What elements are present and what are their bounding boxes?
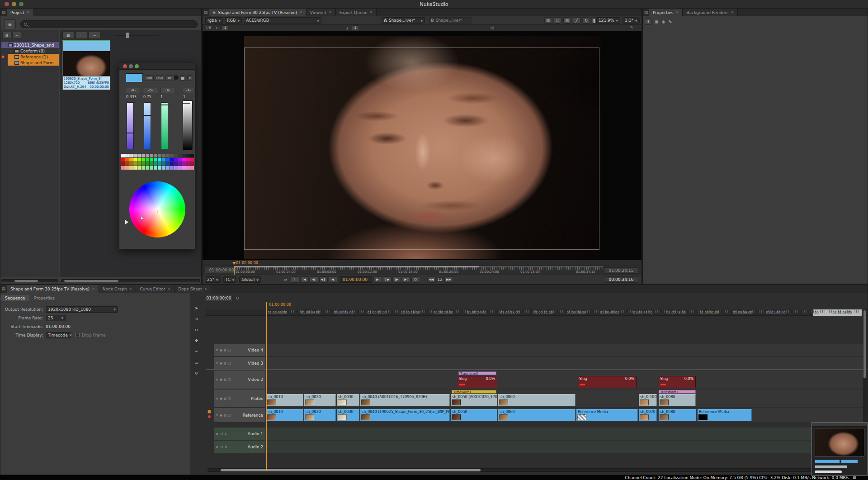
slider-marker[interactable]: [143, 115, 151, 116]
clip-sh-0080[interactable]: sh_0080: [659, 394, 696, 406]
close-icon[interactable]: ✕: [731, 10, 734, 14]
maximize-icon[interactable]: [135, 64, 139, 68]
thumb-size-slider[interactable]: [114, 35, 159, 36]
clip-sh-0050-a001c020-170906-[interactable]: sh_0050 (A001C020_170906_: [451, 394, 497, 406]
viewer-playhead-marker[interactable]: [232, 262, 236, 265]
slash-icon[interactable]: ╱: [573, 17, 580, 24]
palette-swatch[interactable]: [121, 162, 125, 166]
viewer-image[interactable]: [203, 31, 642, 260]
palette-swatch[interactable]: [190, 158, 194, 162]
close-icon[interactable]: ✕: [27, 10, 30, 14]
palette-swatch[interactable]: [182, 154, 186, 157]
palette-swatch[interactable]: [158, 162, 161, 166]
palette-swatch[interactable]: [166, 166, 170, 170]
palette-swatch[interactable]: [178, 158, 182, 162]
palette-swatch[interactable]: [154, 162, 157, 166]
go-end-button[interactable]: ▶|: [402, 276, 410, 283]
palette-swatch[interactable]: [121, 154, 125, 157]
sync-icon[interactable]: ◍: [224, 378, 226, 381]
lock-icon[interactable]: ≡: [216, 348, 218, 352]
track-lane-plates[interactable]: TimeWarp1Transform1sh_0010sh_0020sh_0030…: [266, 390, 867, 407]
swatch-grid-toggle-icon[interactable]: ▦: [180, 75, 185, 81]
palette-swatch[interactable]: [121, 158, 125, 162]
clip-sh-0030[interactable]: sh_0030: [337, 394, 359, 406]
soft-effect-chip[interactable]: [579, 383, 585, 386]
search-input[interactable]: [20, 20, 198, 28]
effect-strip-transform3[interactable]: Transform3: [458, 371, 496, 375]
channel-a-value[interactable]: 1: [183, 95, 185, 99]
clip-slug[interactable]: Slug0.0%: [578, 376, 637, 388]
color-wheel-toggle-icon[interactable]: [174, 75, 179, 80]
palette-swatch[interactable]: [190, 166, 194, 170]
wipe-icon[interactable]: ▥: [544, 17, 552, 24]
tc-mode-dropdown[interactable]: TC▼: [223, 276, 237, 283]
frame-increment-value[interactable]: 12: [438, 277, 443, 282]
palette-swatch[interactable]: [150, 166, 153, 170]
palette-swatch[interactable]: [146, 154, 149, 157]
palette-swatch[interactable]: [125, 162, 129, 166]
tab-node-graph[interactable]: Node Graph✕: [99, 285, 137, 293]
next-edit-button[interactable]: |▶: [392, 276, 401, 283]
tab-curve-editor[interactable]: Curve Editor✕: [136, 285, 175, 293]
track-header-audio1[interactable]: ≡◁)LAudio 1: [214, 428, 265, 440]
viewer-timeline-ruler[interactable]: 01:00:00:00 01:00:00:0001:00:04:0001:00:…: [203, 266, 642, 275]
palette-swatch[interactable]: [178, 162, 182, 166]
focus-icon[interactable]: ◉: [662, 19, 665, 24]
clip-sh-0020[interactable]: sh_0020: [304, 394, 336, 406]
lock-icon[interactable]: ≡: [216, 361, 218, 365]
channel-a-button[interactable]: ‹A›: [183, 88, 194, 93]
palette-swatch[interactable]: [190, 162, 194, 166]
palette-swatch[interactable]: [182, 166, 186, 170]
gain-value[interactable]: 1: [222, 25, 229, 30]
panel-menu-icon[interactable]: ▤: [643, 9, 649, 16]
palette-swatch[interactable]: [154, 154, 157, 157]
close-icon[interactable]: [123, 64, 127, 68]
palette-swatch[interactable]: [174, 158, 178, 162]
palette-swatch[interactable]: [129, 162, 133, 166]
track-header-audio2[interactable]: ≡◁)RAudio 2: [214, 441, 265, 453]
clip-slug[interactable]: Slug0.0%: [659, 376, 696, 388]
palette-swatch[interactable]: [190, 154, 194, 157]
eye-icon[interactable]: ◉: [220, 397, 222, 400]
panel-menu-icon[interactable]: ▤: [0, 9, 7, 16]
palette-swatch[interactable]: [137, 154, 141, 157]
timeline-h-scrollbar[interactable]: [208, 468, 865, 472]
channel-dropdown[interactable]: rgba▼: [205, 17, 223, 24]
clip-sh-0010[interactable]: sh_0010: [266, 394, 303, 406]
palette-swatch[interactable]: [178, 154, 182, 157]
bin-scrollbar[interactable]: [61, 279, 200, 282]
palette-swatch[interactable]: [146, 158, 149, 162]
channel-g-value[interactable]: 0.75: [143, 95, 151, 99]
field-value-dropdown[interactable]: 25▼: [46, 315, 66, 321]
view-mode-button[interactable]: ▦: [4, 19, 16, 29]
clip-sh-0040-a001c016-170906-r20h-[interactable]: sh_0040 (A001C016_170906_R20H): [360, 394, 450, 406]
palette-swatch[interactable]: [182, 158, 186, 162]
channel-icon[interactable]: R: [225, 445, 227, 449]
mini-scrollbar[interactable]: [815, 470, 842, 473]
palette-swatch[interactable]: [162, 166, 165, 170]
palette-swatch[interactable]: [142, 158, 145, 162]
palette-swatch[interactable]: [146, 162, 149, 166]
list-view-icon[interactable]: ≡: [12, 32, 21, 39]
palette-swatch[interactable]: [150, 158, 153, 162]
tab-shape-and-form-30-25fps-tv-resolve-[interactable]: Shape and Form 30 25fps TV (Resolve)✕: [7, 285, 99, 293]
tab-shape-and-form-30-25fps-tv-resolve-[interactable]: ◉Shape and Form 30 25fps TV (Resolve)✕: [209, 9, 307, 16]
palette-swatch[interactable]: [154, 158, 157, 162]
eye-icon[interactable]: ◉: [220, 378, 222, 381]
sync-icon[interactable]: ◍: [224, 361, 226, 365]
close-icon[interactable]: ✕: [329, 10, 332, 14]
clip-sh-0050[interactable]: sh_0050: [451, 409, 497, 421]
channel-r-slider[interactable]: [127, 102, 134, 149]
close-icon[interactable]: ✕: [92, 287, 95, 291]
effect-strip-timewarp1[interactable]: TimeWarp1: [452, 390, 496, 394]
clip-sh-0030[interactable]: sh_0030: [337, 409, 359, 421]
palette-swatch[interactable]: [162, 158, 165, 162]
move-tool[interactable]: ⇥: [193, 315, 200, 322]
palette-swatch[interactable]: [170, 154, 174, 157]
channel-r-value[interactable]: 0.333: [126, 95, 137, 99]
set-in-button[interactable]: I: [291, 276, 299, 283]
lock-icon[interactable]: ≡: [216, 397, 218, 400]
list-small-icon[interactable]: ≔: [75, 32, 87, 39]
clip-sh-0010[interactable]: sh_0010: [266, 409, 303, 421]
speaker-icon[interactable]: ◁): [220, 432, 223, 436]
